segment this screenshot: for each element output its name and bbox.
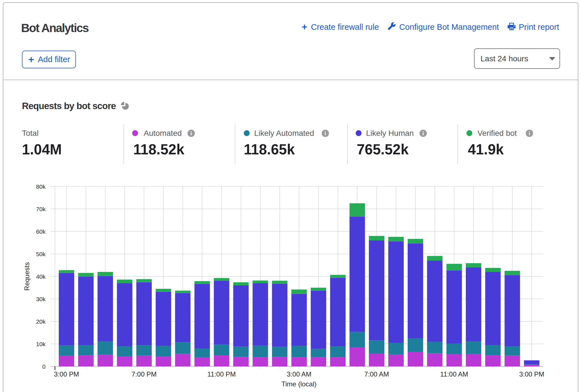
svg-text:30k: 30k [36, 296, 46, 302]
svg-text:3:00 PM: 3:00 PM [54, 370, 79, 378]
svg-text:40k: 40k [36, 273, 46, 280]
svg-text:Time (local): Time (local) [281, 380, 316, 388]
svg-text:3:00 AM: 3:00 AM [287, 370, 312, 378]
svg-text:50k: 50k [36, 251, 46, 257]
svg-text:70k: 70k [36, 206, 46, 212]
svg-text:20k: 20k [36, 318, 46, 325]
svg-text:7:00 PM: 7:00 PM [132, 370, 157, 378]
svg-text:7:00 AM: 7:00 AM [364, 370, 389, 378]
svg-text:3:00 PM: 3:00 PM [519, 370, 544, 378]
svg-text:0: 0 [42, 363, 46, 370]
svg-text:11:00 AM: 11:00 AM [440, 370, 468, 378]
svg-text:Requests: Requests [23, 262, 31, 290]
svg-text:60k: 60k [36, 228, 46, 235]
svg-text:11:00 PM: 11:00 PM [207, 370, 236, 378]
svg-text:10k: 10k [36, 341, 46, 347]
svg-text:80k: 80k [36, 183, 46, 190]
